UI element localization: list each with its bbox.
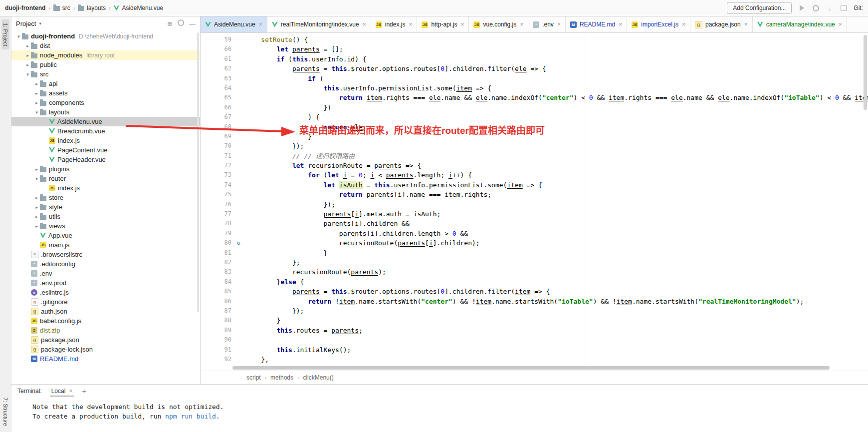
tree-chevron-icon[interactable]: ▸ [33, 91, 40, 96]
tree-item[interactable]: ▸dist [11, 41, 200, 50]
breadcrumb-item[interactable]: layouts [78, 4, 106, 11]
code-line[interactable]: 68 return ele; [201, 122, 868, 132]
code-line[interactable]: 80↻ recursionRoute(parents[i].children); [201, 238, 868, 248]
code-line[interactable]: 82 }; [201, 258, 868, 267]
line-number[interactable]: 88 [201, 316, 231, 325]
tree-chevron-icon[interactable]: ▸ [33, 214, 40, 219]
code-line[interactable]: 71 // // 递归权限路由 [201, 151, 868, 161]
code-line[interactable]: 89 this.routes = parents; [201, 326, 868, 335]
add-configuration-button[interactable]: Add Configuration... [727, 2, 792, 14]
editor-breadcrumb-item[interactable]: methods [270, 374, 293, 381]
tree-chevron-icon[interactable]: ▾ [33, 110, 40, 115]
code-line[interactable]: 59 setRoute() { [201, 35, 868, 44]
tree-item[interactable]: ≡.browserslistrc [11, 250, 200, 259]
line-number[interactable]: 81 [201, 248, 231, 258]
tree-item[interactable]: ▸utils [11, 212, 200, 221]
code-line[interactable]: 65 return item.rights === ele.name && el… [201, 93, 868, 102]
code-line[interactable]: 88 } [201, 316, 868, 325]
tree-item[interactable]: PageHeader.vue [11, 155, 200, 164]
new-terminal-session-icon[interactable]: + [82, 387, 86, 395]
code-line[interactable]: 90 [201, 335, 868, 345]
tree-item[interactable]: *.env [11, 269, 200, 278]
tool-window-button-structure[interactable]: 7: Structure [1, 394, 9, 430]
tree-item[interactable]: g.gitignore [11, 297, 200, 307]
code-line[interactable]: 87 }); [201, 306, 868, 316]
line-number[interactable]: 61 [201, 54, 231, 64]
tree-chevron-icon[interactable]: ▸ [33, 167, 40, 172]
line-number[interactable]: 71 [201, 151, 231, 161]
code-line[interactable]: 61 if (this.userInfo.id) { [201, 54, 868, 64]
line-number[interactable]: 73 [201, 170, 231, 180]
tree-chevron-icon[interactable]: ▾ [33, 176, 40, 181]
line-number[interactable]: 78 [201, 219, 231, 228]
breadcrumb-item[interactable]: src [53, 4, 70, 11]
line-number[interactable]: 75 [201, 190, 231, 199]
code-line[interactable]: 76 }); [201, 200, 868, 209]
code-line[interactable]: 75 return parents[i].name === item.right… [201, 190, 868, 199]
run-icon[interactable] [798, 4, 806, 12]
editor-tab[interactable]: MREADME.md× [566, 16, 627, 32]
line-number[interactable]: 59 [201, 35, 231, 44]
tree-item[interactable]: ▾layouts [11, 107, 200, 117]
project-view-selector[interactable]: Project [16, 20, 36, 27]
close-icon[interactable]: × [839, 21, 842, 28]
line-number[interactable]: 83 [201, 267, 231, 277]
line-number[interactable]: 91 [201, 345, 231, 355]
breadcrumb-item[interactable]: duoji-frontend [5, 4, 45, 11]
close-icon[interactable]: × [520, 21, 523, 28]
settings-gear-icon[interactable] [178, 19, 184, 27]
tree-chevron-icon[interactable]: ▸ [33, 81, 40, 86]
breadcrumb-item[interactable]: AsideMenu.vue [113, 4, 163, 11]
tree-item[interactable]: ▸style [11, 202, 200, 212]
code-line[interactable]: 73 for (let i = 0; i < parents.length; i… [201, 170, 868, 180]
code-line[interactable]: 84 }else { [201, 277, 868, 287]
tree-item[interactable]: ▸api [11, 79, 200, 88]
tree-item[interactable]: ▸node_moduleslibrary root [11, 50, 200, 60]
tree-chevron-icon[interactable]: ▸ [24, 53, 31, 58]
tree-item[interactable]: ▸public [11, 60, 200, 69]
line-number[interactable]: 82 [201, 258, 231, 267]
line-number[interactable]: 80 [201, 238, 231, 248]
close-icon[interactable]: × [460, 21, 464, 28]
line-number[interactable]: 84 [201, 277, 231, 287]
tree-item[interactable]: *.env.prod [11, 278, 200, 288]
line-number[interactable]: 77 [201, 209, 231, 219]
editor-tab[interactable]: JSindex.js× [371, 16, 418, 32]
line-number[interactable]: 79 [201, 229, 231, 238]
tree-item[interactable]: JSindex.js [11, 136, 200, 145]
tree-item[interactable]: AsideMenu.vue [11, 117, 200, 126]
code-line[interactable]: 91 this.initialKeys(); [201, 345, 868, 355]
editor-tab[interactable]: cameraManage\index.vue× [753, 16, 847, 32]
code-line[interactable]: 86 return !item.name.startsWith("center"… [201, 297, 868, 306]
editor-tab[interactable]: JSimportExcel.js× [627, 16, 690, 32]
tree-item[interactable]: *.editorconfig [11, 259, 200, 269]
tree-chevron-icon[interactable]: ▾ [15, 34, 22, 39]
git-branch-widget[interactable]: Git: [854, 4, 863, 11]
tree-item[interactable]: ▾duoji-frontendD:\zheheWeb\duoji-fronten… [11, 31, 200, 41]
tree-item[interactable]: ▸components [11, 98, 200, 107]
editor-tab[interactable]: AsideMenu.vue× [201, 16, 267, 32]
code-line[interactable]: 60 let parents = []; [201, 44, 868, 54]
line-number[interactable]: 74 [201, 180, 231, 190]
close-icon[interactable]: × [682, 21, 685, 28]
code-line[interactable]: 64 this.userInfo.permissionList.some(ite… [201, 83, 868, 93]
project-scrollbar[interactable] [197, 32, 199, 312]
tree-chevron-icon[interactable]: ▸ [24, 62, 31, 67]
code-line[interactable]: 79 parents[i].children.length > 0 && [201, 229, 868, 238]
editor-tab[interactable]: {}package.json× [690, 16, 753, 32]
hide-panel-icon[interactable]: — [189, 20, 196, 27]
tree-chevron-icon[interactable]: ▸ [33, 195, 40, 200]
code-line[interactable]: 83 recursionRoute(parents); [201, 267, 868, 277]
tree-chevron-icon[interactable]: ▸ [33, 100, 40, 105]
tree-item[interactable]: ▾router [11, 174, 200, 183]
close-icon[interactable]: × [259, 21, 262, 28]
line-number[interactable]: 89 [201, 326, 231, 335]
tree-chevron-icon[interactable]: ▾ [24, 72, 31, 77]
code-line[interactable]: 85 parents = this.$router.options.routes… [201, 287, 868, 296]
terminal-output[interactable]: Note that the development build is not o… [11, 397, 868, 432]
code-line[interactable]: 62 parents = this.$router.options.routes… [201, 64, 868, 73]
tree-item[interactable]: ▸store [11, 193, 200, 202]
debug-icon[interactable] [812, 4, 820, 12]
line-number[interactable]: 87 [201, 306, 231, 316]
horizontal-scrollbar[interactable] [232, 366, 848, 370]
